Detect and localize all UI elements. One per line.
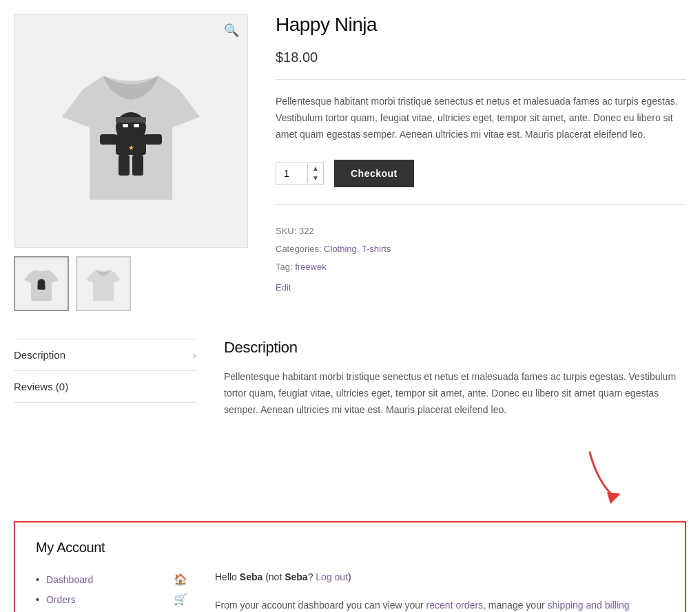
svg-rect-3 [134,124,139,127]
tab-content-text: Pellentesque habitant morbi tristique se… [224,369,686,418]
greeting-close: ) [348,571,351,582]
greeting-not: (not [262,571,285,582]
red-arrow-svg [576,445,645,514]
account-content: Hello Seba (not Seba? Log out) From your… [215,569,664,612]
nav-orders-link[interactable]: Orders [46,594,76,605]
categories-row: Categories: Clothing, T-shirts [276,240,686,258]
svg-rect-2 [123,124,128,127]
nav-item-orders: • Orders 🛒 [36,589,187,609]
add-to-cart-row: ▲ ▼ Checkout [276,160,686,205]
svg-rect-11 [38,284,45,290]
body-pre: From your account dashboard you can view… [215,600,426,611]
quantity-down[interactable]: ▼ [308,173,323,183]
account-body-text: From your account dashboard you can view… [215,598,664,612]
quantity-up[interactable]: ▲ [308,164,323,173]
category-clothing-link[interactable]: Clothing [324,244,357,254]
my-account-title: My Account [36,540,664,556]
tab-description-label: Description [14,349,65,361]
quantity-wrapper: ▲ ▼ [276,162,324,185]
tag-row: Tag: freewek [276,258,686,276]
product-title: Happy Ninja [276,14,686,36]
tabs-section: Description › Reviews (0) Description Pe… [14,339,686,418]
svg-rect-4 [116,117,146,123]
account-nav-list: • Dashboard 🏠 • Orders 🛒 [36,569,187,612]
svg-rect-8 [132,155,143,176]
greeting-question: ? [308,571,313,582]
sku-label: SKU: [276,226,296,236]
tab-description-arrow: › [193,350,196,361]
checkout-button[interactable]: Checkout [334,160,414,187]
thumbnail-2[interactable] [76,256,131,311]
edit-link-row: Edit [276,282,686,293]
tag-label: Tag: [276,262,293,272]
recent-orders-link[interactable]: recent orders [426,600,483,611]
product-info: Happy Ninja $18.00 Pellentesque habitant… [276,14,686,311]
logout-link[interactable]: Log out [316,571,348,582]
quantity-input[interactable] [276,162,307,184]
tabs-area: Description › Reviews (0) Description Pe… [14,339,686,514]
product-section: 🔍 [14,14,686,311]
account-nav: • Dashboard 🏠 • Orders 🛒 [36,569,187,612]
category-tshirts-link[interactable]: T-shirts [362,244,391,254]
tag-value-link[interactable]: freewek [295,262,327,272]
dashboard-icon: 🏠 [174,573,187,586]
product-price: $18.00 [276,50,686,80]
categories-label: Categories: [276,244,321,254]
greeting-hello: Hello [215,571,240,582]
thumbnail-1[interactable] [14,256,69,311]
product-description: Pellentesque habitant morbi tristique se… [276,94,686,143]
product-main-image: ★ [62,48,200,213]
sku-row: SKU: 322 [276,222,686,240]
greeting-name: Seba [240,571,262,582]
svg-rect-7 [119,155,130,176]
product-meta: SKU: 322 Categories: Clothing, T-shirts … [276,222,686,276]
tab-content-title: Description [224,339,686,357]
nav-item-dashboard: • Dashboard 🏠 [36,569,187,589]
edit-link[interactable]: Edit [276,282,291,293]
product-images: 🔍 [14,14,248,311]
greeting-name2: Seba [285,571,307,582]
svg-rect-5 [100,134,117,145]
arrow-annotation [14,445,686,514]
svg-text:★: ★ [128,144,134,151]
account-layout: • Dashboard 🏠 • Orders 🛒 [36,569,664,612]
thumbnail-row [14,256,248,311]
zoom-icon[interactable]: 🔍 [224,23,239,38]
tab-reviews[interactable]: Reviews (0) [14,371,196,403]
main-image-container: 🔍 [14,14,248,248]
sku-value: 322 [299,226,314,236]
nav-item-downloads: • Downloads 📄 [36,609,187,612]
svg-marker-12 [607,492,621,504]
orders-icon: 🛒 [174,593,187,606]
tabs-sidebar: Description › Reviews (0) [14,339,196,418]
tab-reviews-label: Reviews (0) [14,381,68,392]
body-mid1: , manage your [483,600,547,611]
quantity-arrows: ▲ ▼ [307,164,323,183]
my-account-section: My Account • Dashboard 🏠 • Ord [14,521,686,612]
svg-rect-6 [145,134,162,145]
nav-dashboard-link[interactable]: Dashboard [46,574,94,585]
account-greeting: Hello Seba (not Seba? Log out) [215,569,664,584]
tab-description[interactable]: Description › [14,339,196,371]
tab-content-area: Description Pellentesque habitant morbi … [224,339,686,418]
